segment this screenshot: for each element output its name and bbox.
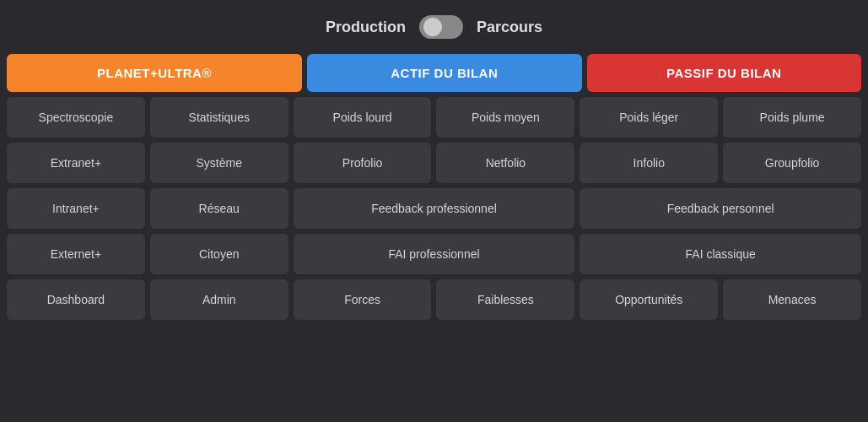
cell-opportunites[interactable]: Opportunités bbox=[580, 279, 718, 320]
cell-feedback-personnel[interactable]: Feedback personnel bbox=[580, 188, 861, 229]
header-bar: Production Parcours bbox=[326, 0, 542, 54]
cell-statistiques[interactable]: Statistiques bbox=[150, 97, 288, 138]
rows-area: Spectroscopie Statistiques Poids lourd P… bbox=[7, 97, 861, 320]
cell-faiblesses[interactable]: Faiblesses bbox=[436, 279, 574, 320]
cell-infolio[interactable]: Infolio bbox=[580, 143, 718, 183]
section-header-planet[interactable]: PLANET+ULTRA® bbox=[7, 54, 302, 92]
toggle-knob bbox=[423, 18, 442, 36]
cell-intranet[interactable]: Intranet+ bbox=[7, 188, 145, 229]
cell-admin[interactable]: Admin bbox=[150, 279, 288, 320]
section-headers: PLANET+ULTRA® ACTIF DU BILAN PASSIF DU B… bbox=[7, 54, 861, 92]
section-header-actif[interactable]: ACTIF DU BILAN bbox=[307, 54, 582, 92]
cell-citoyen[interactable]: Citoyen bbox=[150, 234, 288, 274]
cell-profolio[interactable]: Profolio bbox=[294, 143, 432, 183]
cell-fai-classique[interactable]: FAI classique bbox=[580, 234, 861, 274]
cell-menaces[interactable]: Menaces bbox=[723, 279, 861, 320]
cell-systeme[interactable]: Système bbox=[150, 143, 288, 183]
parcours-label: Parcours bbox=[477, 19, 542, 36]
row-4: Externet+ Citoyen FAI professionnel FAI … bbox=[7, 234, 861, 274]
cell-externet[interactable]: Externet+ bbox=[7, 234, 145, 274]
cell-poids-moyen[interactable]: Poids moyen bbox=[436, 97, 574, 138]
cell-poids-plume[interactable]: Poids plume bbox=[723, 97, 861, 138]
row-1: Spectroscopie Statistiques Poids lourd P… bbox=[7, 97, 861, 138]
cell-spectroscopie[interactable]: Spectroscopie bbox=[7, 97, 145, 138]
cell-feedback-professionnel[interactable]: Feedback professionnel bbox=[294, 188, 575, 229]
row-3: Intranet+ Réseau Feedback professionnel … bbox=[7, 188, 861, 229]
cell-poids-lourd[interactable]: Poids lourd bbox=[294, 97, 432, 138]
main-grid: PLANET+ULTRA® ACTIF DU BILAN PASSIF DU B… bbox=[0, 54, 868, 327]
cell-fai-professionnel[interactable]: FAI professionnel bbox=[294, 234, 575, 274]
toggle-switch[interactable] bbox=[419, 15, 463, 39]
cell-groupfolio[interactable]: Groupfolio bbox=[723, 143, 861, 183]
production-label: Production bbox=[326, 19, 406, 36]
row-2: Extranet+ Système Profolio Netfolio Info… bbox=[7, 143, 861, 183]
cell-netfolio[interactable]: Netfolio bbox=[436, 143, 574, 183]
row-5: Dashboard Admin Forces Faiblesses Opport… bbox=[7, 279, 861, 320]
cell-extranet[interactable]: Extranet+ bbox=[7, 143, 145, 183]
cell-poids-leger[interactable]: Poids léger bbox=[580, 97, 718, 138]
cell-dashboard[interactable]: Dashboard bbox=[7, 279, 145, 320]
cell-forces[interactable]: Forces bbox=[294, 279, 432, 320]
section-header-passif[interactable]: PASSIF DU BILAN bbox=[587, 54, 862, 92]
cell-reseau[interactable]: Réseau bbox=[150, 188, 288, 229]
